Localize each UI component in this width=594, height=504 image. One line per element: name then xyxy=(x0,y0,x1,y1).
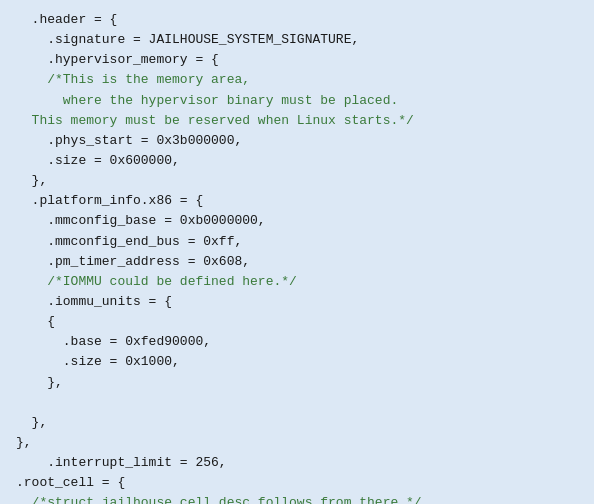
code-line: /*IOMMU could be defined here.*/ xyxy=(16,272,578,292)
code-line: .iommu_units = { xyxy=(16,292,578,312)
code-line xyxy=(16,393,578,413)
code-block: .header = { .signature = JAILHOUSE_SYSTE… xyxy=(16,10,578,504)
code-line: .root_cell = { xyxy=(16,473,578,493)
code-line: .size = 0x1000, xyxy=(16,352,578,372)
code-line: This memory must be reserved when Linux … xyxy=(16,111,578,131)
code-line: { xyxy=(16,312,578,332)
code-line: }, xyxy=(16,433,578,453)
code-line: .mmconfig_end_bus = 0xff, xyxy=(16,232,578,252)
code-line: .phys_start = 0x3b000000, xyxy=(16,131,578,151)
code-line: /*This is the memory area, xyxy=(16,70,578,90)
code-line: .size = 0x600000, xyxy=(16,151,578,171)
code-line: .signature = JAILHOUSE_SYSTEM_SIGNATURE, xyxy=(16,30,578,50)
code-line: }, xyxy=(16,171,578,191)
code-line: .mmconfig_base = 0xb0000000, xyxy=(16,211,578,231)
code-line: }, xyxy=(16,373,578,393)
code-line: .platform_info.x86 = { xyxy=(16,191,578,211)
code-line: }, xyxy=(16,413,578,433)
code-line: .interrupt_limit = 256, xyxy=(16,453,578,473)
code-line: .hypervisor_memory = { xyxy=(16,50,578,70)
code-line: where the hypervisor binary must be plac… xyxy=(16,91,578,111)
code-line: .header = { xyxy=(16,10,578,30)
code-container: .header = { .signature = JAILHOUSE_SYSTE… xyxy=(0,0,594,504)
code-line: /*struct jailhouse_cell_desc follows fro… xyxy=(16,493,578,504)
code-line: .pm_timer_address = 0x608, xyxy=(16,252,578,272)
code-line: .base = 0xfed90000, xyxy=(16,332,578,352)
